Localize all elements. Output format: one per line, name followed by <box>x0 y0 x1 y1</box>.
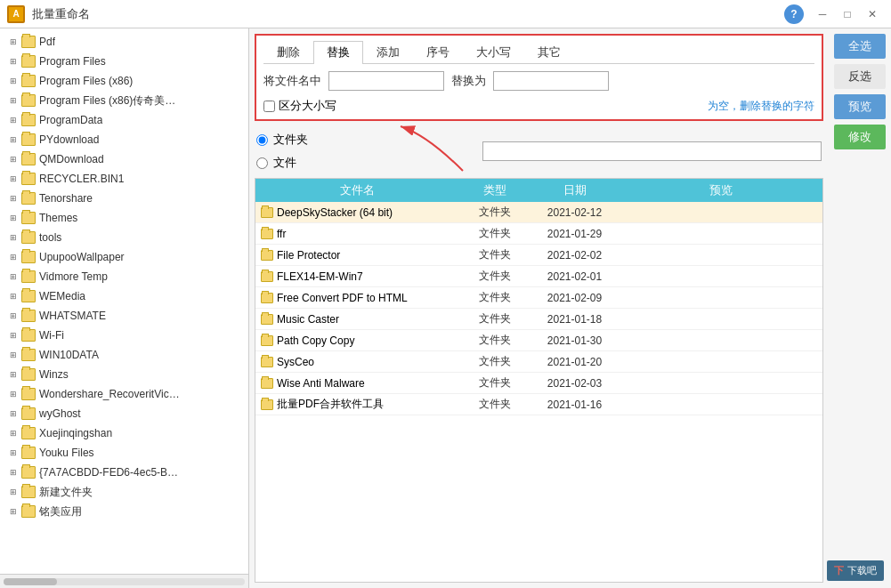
tree-item[interactable]: ⊞Vidmore Temp <box>0 267 248 286</box>
tree-item-label: Vidmore Temp <box>39 270 108 283</box>
expand-icon[interactable]: ⊞ <box>7 192 20 205</box>
tab-其它[interactable]: 其它 <box>524 41 574 63</box>
expand-icon[interactable]: ⊞ <box>7 349 20 361</box>
radio-file-input[interactable] <box>256 157 268 169</box>
table-row[interactable]: Path Copy Copy文件夹2021-01-30 <box>255 330 822 351</box>
table-row[interactable]: SysCeo文件夹2021-01-20 <box>255 351 822 373</box>
expand-icon[interactable]: ⊞ <box>7 486 20 498</box>
tree-item[interactable]: ⊞Program Files (x86) <box>0 71 248 91</box>
tree-item[interactable]: ⊞Youku Files <box>0 443 248 463</box>
case-sensitive-checkbox[interactable] <box>263 101 275 112</box>
tab-序号[interactable]: 序号 <box>413 41 463 63</box>
delete-replace-link[interactable]: 为空，删除替换的字符 <box>708 99 814 114</box>
expand-icon[interactable]: ⊞ <box>7 368 20 381</box>
maximize-button[interactable]: □ <box>836 4 859 24</box>
expand-icon[interactable]: ⊞ <box>7 388 20 400</box>
tree-item[interactable]: ⊞PYdownload <box>0 130 248 149</box>
from-input[interactable] <box>328 71 444 91</box>
preview-button[interactable]: 预览 <box>834 94 886 119</box>
folder-icon <box>21 349 36 361</box>
expand-icon[interactable]: ⊞ <box>7 55 20 68</box>
expand-icon[interactable]: ⊞ <box>7 270 20 283</box>
tree-item-label: Pdf <box>39 36 55 48</box>
expand-icon[interactable]: ⊞ <box>7 251 20 263</box>
minimize-button[interactable]: ─ <box>811 4 834 24</box>
expand-icon[interactable]: ⊞ <box>7 212 20 224</box>
file-name: File Protector <box>277 249 340 262</box>
tab-添加[interactable]: 添加 <box>363 41 413 63</box>
tree-item[interactable]: ⊞Program Files (x86)传奇美… <box>0 91 248 110</box>
tab-替换[interactable]: 替换 <box>313 41 363 64</box>
tree-item[interactable]: ⊞UpupooWallpaper <box>0 247 248 267</box>
tree-item[interactable]: ⊞Wi-Fi <box>0 326 248 345</box>
invert-button[interactable]: 反选 <box>834 64 886 89</box>
expand-icon[interactable]: ⊞ <box>7 36 20 48</box>
expand-icon[interactable]: ⊞ <box>7 75 20 87</box>
sidebar-scrollbar-horizontal[interactable] <box>0 574 248 588</box>
table-row[interactable]: Wise Anti Malware文件夹2021-02-03 <box>255 373 822 394</box>
expand-icon[interactable]: ⊞ <box>7 447 20 459</box>
folder-icon <box>21 173 36 185</box>
file-list-body[interactable]: DeepSkyStacker (64 bit)文件夹2021-02-12ffr文… <box>255 202 822 582</box>
tree-item[interactable]: ⊞WIN10DATA <box>0 345 248 365</box>
path-input[interactable] <box>482 141 822 161</box>
file-date: 2021-02-12 <box>531 206 620 219</box>
tree-item[interactable]: ⊞Themes <box>0 208 248 228</box>
tree-item[interactable]: ⊞Program Files <box>0 52 248 71</box>
help-button[interactable]: ? <box>784 4 804 24</box>
tree-item[interactable]: ⊞tools <box>0 228 248 247</box>
tree-item[interactable]: ⊞Pdf <box>0 32 248 52</box>
expand-icon[interactable]: ⊞ <box>7 153 20 165</box>
expand-icon[interactable]: ⊞ <box>7 231 20 244</box>
tree-item[interactable]: ⊞Wondershare_RecoveritVic… <box>0 384 248 404</box>
tree-item[interactable]: ⊞铭美应用 <box>0 502 248 521</box>
column-header-类型: 类型 <box>459 182 531 198</box>
tree-item[interactable]: ⊞Tenorshare <box>0 189 248 208</box>
to-input[interactable] <box>493 71 609 91</box>
radio-folder-input[interactable] <box>256 134 268 146</box>
expand-icon[interactable]: ⊞ <box>7 290 20 302</box>
expand-icon[interactable]: ⊞ <box>7 329 20 342</box>
expand-icon[interactable]: ⊞ <box>7 427 20 439</box>
sidebar-tree[interactable]: ⊞Pdf⊞Program Files⊞Program Files (x86)⊞P… <box>0 28 248 574</box>
file-name-cell: 批量PDF合并软件工具 <box>255 397 459 412</box>
file-name-cell: SysCeo <box>255 356 459 368</box>
table-row[interactable]: ffr文件夹2021-01-29 <box>255 223 822 245</box>
file-folder-icon <box>261 378 273 389</box>
expand-icon[interactable]: ⊞ <box>7 505 20 518</box>
tree-item[interactable]: ⊞ProgramData <box>0 110 248 130</box>
radio-file[interactable]: 文件 <box>256 155 308 171</box>
expand-icon[interactable]: ⊞ <box>7 466 20 479</box>
modify-button[interactable]: 修改 <box>834 125 886 149</box>
tree-item[interactable]: ⊞Xuejinqingshan <box>0 423 248 443</box>
table-row[interactable]: FLEX14-EM-Win7文件夹2021-02-01 <box>255 266 822 287</box>
table-row[interactable]: File Protector文件夹2021-02-02 <box>255 245 822 266</box>
table-row[interactable]: 批量PDF合并软件工具文件夹2021-01-16 <box>255 394 822 415</box>
tree-item[interactable]: ⊞WHATSMATE <box>0 306 248 326</box>
tree-item[interactable]: ⊞RECYCLER.BIN1 <box>0 169 248 189</box>
tree-item[interactable]: ⊞wyGhost <box>0 404 248 423</box>
expand-icon[interactable]: ⊞ <box>7 114 20 126</box>
tab-删除[interactable]: 删除 <box>263 41 313 63</box>
expand-icon[interactable]: ⊞ <box>7 310 20 322</box>
radio-folder[interactable]: 文件夹 <box>256 132 308 148</box>
radio-file-label: 文件 <box>273 155 296 171</box>
select-all-button[interactable]: 全选 <box>834 34 886 59</box>
expand-icon[interactable]: ⊞ <box>7 407 20 420</box>
table-row[interactable]: DeepSkyStacker (64 bit)文件夹2021-02-12 <box>255 202 822 223</box>
expand-icon[interactable]: ⊞ <box>7 133 20 146</box>
file-date: 2021-02-01 <box>531 270 620 283</box>
tree-item[interactable]: ⊞{7A7ACBDD-FED6-4ec5-B… <box>0 463 248 482</box>
expand-icon[interactable]: ⊞ <box>7 94 20 107</box>
tree-item[interactable]: ⊞QMDownload <box>0 149 248 169</box>
expand-icon[interactable]: ⊞ <box>7 173 20 185</box>
table-row[interactable]: Music Caster文件夹2021-01-18 <box>255 309 822 330</box>
tree-item[interactable]: ⊞WEMedia <box>0 286 248 306</box>
tab-大小写[interactable]: 大小写 <box>463 41 524 63</box>
tree-item[interactable]: ⊞新建文件夹 <box>0 482 248 502</box>
file-type: 文件夹 <box>459 333 531 348</box>
close-button[interactable]: ✕ <box>861 4 884 24</box>
tree-item[interactable]: ⊞Winzs <box>0 365 248 384</box>
table-row[interactable]: Free Convert PDF to HTML文件夹2021-02-09 <box>255 287 822 309</box>
tree-item-label: tools <box>39 231 61 244</box>
